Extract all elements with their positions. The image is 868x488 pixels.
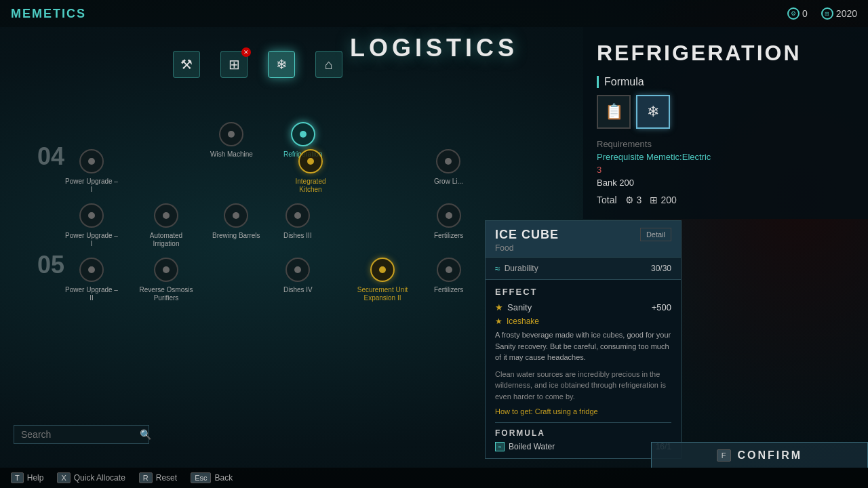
- fertilizers-2-dot: [446, 266, 452, 273]
- securement-label: Securement Unit Expansion II: [355, 286, 410, 302]
- currency1-stat: ⚙ 0: [787, 7, 808, 20]
- node-dishes-iv[interactable]: Dishes IV: [283, 258, 313, 294]
- power-upgrade-2-circle: [79, 258, 104, 282]
- brewing-circle: [224, 203, 248, 228]
- power-upgrade-1-dot: [88, 158, 95, 165]
- fertilizers-2-label: Fertilizers: [434, 286, 463, 294]
- app-title: MEMETICS: [11, 7, 86, 21]
- dishes-iii-circle: [285, 203, 310, 228]
- reset-label: Reset: [156, 473, 177, 483]
- power-upgrade-1-circle: [79, 149, 104, 174]
- search-input[interactable]: [21, 429, 140, 440]
- node-dishes-iii[interactable]: Dishes III: [283, 203, 312, 240]
- top-bar: MEMETICS ⚙ 0 ⊞ 2020: [0, 0, 868, 27]
- node-brewing[interactable]: Brewing Barrels: [212, 203, 260, 240]
- ingredient-label: Boiled Water: [509, 442, 555, 451]
- dishes-iv-dot: [294, 266, 301, 273]
- node-power-upgrade-1[interactable]: Power Upgrade – I: [64, 149, 119, 194]
- node-securement[interactable]: Securement Unit Expansion II: [355, 258, 410, 302]
- search-bar: 🔍: [14, 425, 149, 444]
- securement-dot: [379, 266, 386, 273]
- bottom-action-help[interactable]: T Help: [11, 472, 43, 483]
- dishes-iii-dot: [294, 212, 301, 219]
- tech-icon-3[interactable]: ❄: [264, 47, 298, 81]
- grow-light-circle: [436, 149, 460, 174]
- fertilizers-2-circle: [437, 258, 461, 282]
- grow-light-label: Grow Li...: [434, 178, 463, 186]
- total-c2-val: 200: [660, 195, 676, 205]
- fertilizers-1-label: Fertilizers: [434, 232, 463, 240]
- node-power-upgrade-2[interactable]: Power Upgrade – II: [64, 258, 119, 302]
- total-c1-icon: ⚙: [625, 195, 634, 205]
- ingredient-name: ≈ Boiled Water: [495, 442, 555, 451]
- popup-type: Food: [495, 243, 559, 253]
- tech-icon-4-inner: ⌂: [315, 51, 342, 78]
- ingredient-icon: ≈: [495, 442, 505, 451]
- help-label: Help: [27, 473, 44, 483]
- integrated-kitchen-circle: [298, 149, 323, 174]
- tech-icon-2-inner: ✕ ⊞: [220, 51, 248, 78]
- automated-circle: [154, 203, 178, 228]
- wish-machine-dot: [228, 131, 235, 138]
- effect-sanity-row: ★ Sanity +500: [495, 302, 671, 312]
- reset-key: R: [139, 472, 153, 483]
- node-reverse-osmosis[interactable]: Reverse Osmosis Purifiers: [139, 258, 193, 302]
- iceshake-star-icon: ★: [495, 317, 502, 326]
- row-label-05: 05: [37, 251, 64, 279]
- req-bank: Bank 200: [597, 178, 854, 188]
- req-bank-val: 200: [619, 178, 634, 188]
- help-key: T: [11, 472, 24, 483]
- power-upgrade-2-dot: [88, 266, 95, 273]
- formula-section-title: FORMULA: [495, 428, 671, 438]
- hydraulic-circle: [79, 203, 104, 228]
- tech-icon-2[interactable]: ✕ ⊞: [217, 47, 251, 81]
- popup-detail-button[interactable]: Detail: [640, 228, 671, 241]
- confirm-button[interactable]: F CONFIRM: [651, 442, 868, 468]
- tech-icon-1-inner: ⚒: [173, 51, 200, 78]
- refrigeration-circle: [291, 122, 315, 146]
- node-grow-light[interactable]: Grow Li...: [434, 149, 463, 186]
- hydraulic-dot: [88, 212, 95, 219]
- sanity-value: +500: [652, 302, 671, 312]
- durability-value: 30/30: [651, 264, 671, 273]
- node-automated[interactable]: Automated Irrigation: [139, 203, 193, 248]
- total-currency2: ⊞ 200: [650, 195, 676, 205]
- popup-body: EFFECT ★ Sanity +500 ★ Iceshake A frosty…: [486, 280, 681, 458]
- node-fertilizers-2[interactable]: Fertilizers: [434, 258, 463, 294]
- power-upgrade-1-label: Power Upgrade – I: [64, 178, 119, 194]
- bottom-action-quick-allocate[interactable]: X Quick Allocate: [57, 472, 125, 483]
- automated-dot: [163, 212, 170, 219]
- formula-item-2[interactable]: ❄: [636, 95, 670, 129]
- power-upgrade-2-label: Power Upgrade – II: [64, 286, 119, 302]
- integrated-kitchen-dot: [307, 158, 314, 165]
- req-prerequisite-text: Prerequisite Memetic:Electric: [597, 152, 711, 162]
- node-hydraulic[interactable]: Power Upgrade – I: [64, 203, 119, 248]
- total-label: Total: [597, 195, 617, 205]
- tech-icon-1[interactable]: ⚒: [170, 47, 203, 81]
- durability-label: ≈ Durability: [495, 263, 538, 274]
- top-bar-right: ⚙ 0 ⊞ 2020: [787, 7, 857, 20]
- ingredient-row: ≈ Boiled Water 16/1: [495, 442, 671, 451]
- node-integrated-kitchen[interactable]: Integrated Kitchen: [283, 149, 338, 194]
- top-bar-left: MEMETICS: [11, 7, 86, 21]
- popup-description: A frosty beverage made with ice cubes, g…: [495, 329, 671, 363]
- reverse-osmosis-label: Reverse Osmosis Purifiers: [139, 286, 193, 302]
- main-area: LOGISTICS ⚒ ✕ ⊞ ❄ ⌂ 04 05 Wish M: [0, 27, 868, 468]
- node-wish-machine[interactable]: Wish Machine: [210, 122, 253, 159]
- node-fertilizers-1[interactable]: Fertilizers: [434, 203, 463, 240]
- back-key: Esc: [191, 472, 211, 483]
- bottom-action-reset[interactable]: R Reset: [139, 472, 177, 483]
- dishes-iv-label: Dishes IV: [283, 286, 313, 294]
- confirm-key: F: [717, 449, 731, 462]
- total-bar: Total ⚙ 3 ⊞ 200: [597, 195, 854, 205]
- grow-light-dot: [445, 158, 452, 165]
- formula-item-1[interactable]: 📋: [597, 95, 631, 129]
- right-panel-content: REFRIGERATION Formula 📋 ❄ Requirements P…: [597, 41, 854, 205]
- tech-icon-4[interactable]: ⌂: [312, 47, 346, 81]
- tech-icons-row: ⚒ ✕ ⊞ ❄ ⌂: [170, 47, 346, 81]
- effect-title: EFFECT: [495, 287, 671, 297]
- how-to-get: How to get: Craft using a fridge: [495, 407, 671, 415]
- automated-label: Automated Irrigation: [139, 232, 193, 248]
- bottom-action-back[interactable]: Esc Back: [191, 472, 233, 483]
- popup-card: ICE CUBE Food Detail ≈ Durability 30/30 …: [485, 220, 682, 459]
